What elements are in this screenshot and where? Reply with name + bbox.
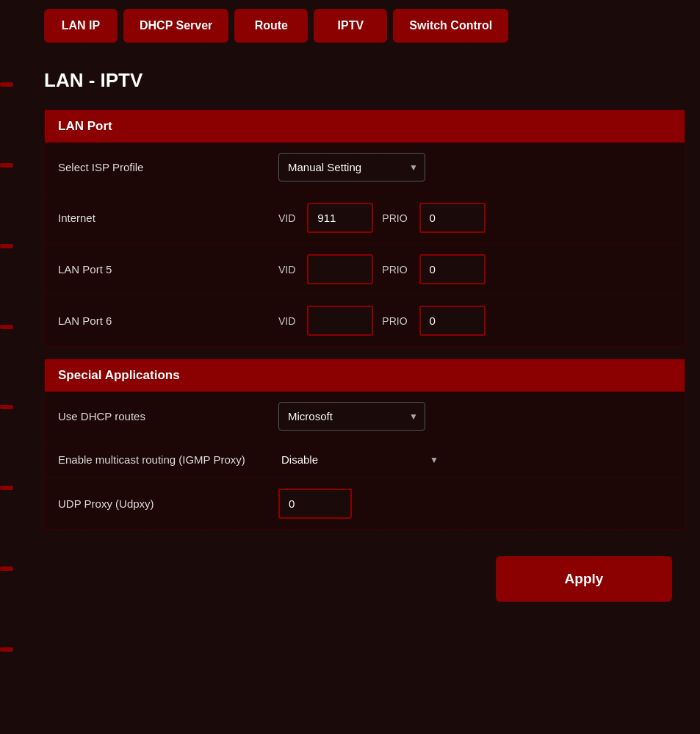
tab-iptv[interactable]: IPTV: [314, 9, 387, 43]
select-isp-profile-label: Select ISP Profile: [58, 161, 278, 173]
enable-multicast-controls: Disable Disable Enable ▼: [278, 452, 671, 467]
select-isp-profile-input[interactable]: Manual Setting Custom: [278, 153, 425, 181]
internet-label: Internet: [58, 212, 278, 224]
use-dhcp-routes-wrapper[interactable]: Microsoft None Custom ▼: [278, 402, 425, 431]
special-applications-section: Special Applications Use DHCP routes Mic…: [44, 359, 685, 530]
lan-port-6-prio-label: PRIO: [382, 315, 407, 327]
tab-lan-ip[interactable]: LAN IP: [44, 9, 118, 43]
select-isp-profile-wrapper[interactable]: Manual Setting Custom ▼: [278, 153, 425, 181]
lan-port-5-row: LAN Port 5 VID PRIO: [45, 244, 685, 295]
use-dhcp-routes-input[interactable]: Microsoft None Custom: [278, 402, 425, 431]
use-dhcp-routes-label: Use DHCP routes: [58, 410, 278, 422]
lan-port-6-label: LAN Port 6: [58, 314, 278, 327]
lan-port-5-vid-label: VID: [278, 264, 295, 276]
lan-port-6-row: LAN Port 6 VID PRIO: [45, 295, 685, 346]
internet-vid-input[interactable]: [307, 203, 373, 233]
lan-port-6-vid-label: VID: [278, 315, 295, 327]
enable-multicast-select[interactable]: Disable Enable: [278, 452, 425, 467]
tab-route[interactable]: Route: [234, 9, 308, 43]
lan-port-5-prio-label: PRIO: [382, 264, 407, 276]
apply-button[interactable]: Apply: [496, 556, 672, 602]
udp-proxy-input[interactable]: [278, 489, 352, 519]
page-title: LAN - IPTV: [44, 54, 685, 109]
udp-proxy-label: UDP Proxy (Udpxy): [58, 497, 278, 510]
special-applications-header: Special Applications: [45, 359, 685, 392]
select-isp-profile-row: Select ISP Profile Manual Setting Custom…: [45, 143, 685, 193]
lan-port-section: LAN Port Select ISP Profile Manual Setti…: [44, 109, 685, 347]
select-isp-profile-controls: Manual Setting Custom ▼: [278, 153, 671, 181]
left-decorative-bars: [0, 0, 22, 734]
main-content: LAN IP DHCP Server Route IPTV Switch Con…: [29, 0, 700, 624]
lan-port-header: LAN Port: [45, 110, 685, 143]
multicast-arrow-icon: ▼: [430, 455, 439, 465]
internet-row: Internet VID PRIO: [45, 193, 685, 244]
use-dhcp-routes-row: Use DHCP routes Microsoft None Custom ▼: [45, 392, 685, 442]
use-dhcp-routes-controls: Microsoft None Custom ▼: [278, 402, 671, 431]
udp-proxy-row: UDP Proxy (Udpxy): [45, 478, 685, 529]
tab-dhcp-server[interactable]: DHCP Server: [123, 9, 228, 43]
enable-multicast-row: Enable multicast routing (IGMP Proxy) Di…: [45, 442, 685, 478]
lan-port-6-prio-input[interactable]: [419, 306, 486, 336]
lan-port-6-controls: VID PRIO: [278, 306, 671, 336]
enable-multicast-label: Enable multicast routing (IGMP Proxy): [58, 453, 278, 466]
lan-port-5-prio-input[interactable]: [419, 254, 486, 284]
tab-bar: LAN IP DHCP Server Route IPTV Switch Con…: [44, 0, 685, 54]
enable-multicast-badge: Disable Disable Enable ▼: [278, 452, 439, 467]
apply-button-container: Apply: [44, 541, 685, 624]
internet-prio-input[interactable]: [419, 203, 486, 233]
internet-controls: VID PRIO: [278, 203, 671, 233]
lan-port-5-label: LAN Port 5: [58, 263, 278, 276]
udp-proxy-controls: [278, 489, 671, 519]
lan-port-6-vid-input[interactable]: [307, 306, 373, 336]
lan-port-5-vid-input[interactable]: [307, 254, 373, 284]
internet-vid-label: VID: [278, 212, 295, 224]
tab-switch-control[interactable]: Switch Control: [393, 9, 508, 43]
lan-port-5-controls: VID PRIO: [278, 254, 671, 284]
internet-prio-label: PRIO: [382, 212, 407, 224]
